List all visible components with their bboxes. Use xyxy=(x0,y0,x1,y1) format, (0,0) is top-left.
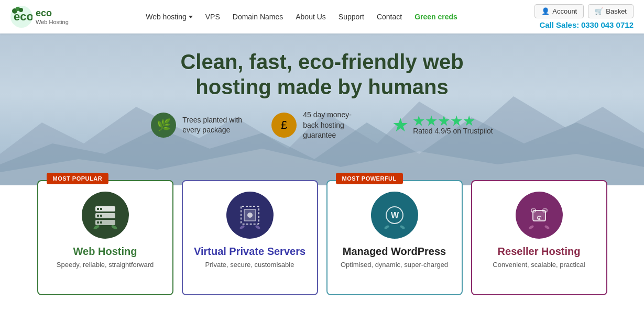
most-powerful-badge: MOST POWERFUL xyxy=(336,173,403,184)
logo-sub: Web Hosting xyxy=(36,19,69,25)
badge-trees-text: Trees planted with every package xyxy=(182,115,245,136)
svg-point-27 xyxy=(399,225,405,229)
svg-rect-16 xyxy=(100,221,102,224)
svg-point-4 xyxy=(19,8,23,12)
card-wordpress[interactable]: MOST POWERFUL W Managed WordPress Optimi… xyxy=(326,180,463,295)
svg-rect-9 xyxy=(97,208,99,210)
svg-rect-12 xyxy=(97,215,99,217)
card-web-hosting[interactable]: MOST POPULAR Web Hosting Speedy, reliabl… xyxy=(37,180,173,295)
nav-web-hosting[interactable]: Web hosting xyxy=(146,13,193,21)
reseller-icon: YH xyxy=(516,192,563,239)
reseller-desc: Convenient, scalable, practical xyxy=(493,261,585,269)
nav-vps[interactable]: VPS xyxy=(205,13,220,21)
tree-icon: 🌿 xyxy=(151,113,176,138)
star-2 xyxy=(425,115,437,127)
web-hosting-desc: Speedy, reliable, straightforward xyxy=(57,261,154,269)
svg-point-33 xyxy=(528,225,534,229)
badge-guarantee-text: 45 day money-back hosting guarantee xyxy=(303,110,366,141)
wordpress-desc: Optimised, dynamic, super-charged xyxy=(341,261,448,269)
wordpress-icon: W xyxy=(371,192,418,239)
nav-domain-names[interactable]: Domain Names xyxy=(233,13,283,21)
hero-section: Clean, fast, eco-friendly web hosting ma… xyxy=(0,34,644,185)
svg-text:YH: YH xyxy=(538,216,543,220)
trustpilot-star-big: ★ xyxy=(392,114,409,136)
account-button[interactable]: 👤 Account xyxy=(534,4,584,18)
trustpilot-stars xyxy=(413,115,493,127)
vps-icon xyxy=(226,192,274,239)
header-right: 👤 Account 🛒 Basket Call Sales: 0330 043 … xyxy=(534,4,634,29)
web-hosting-icon xyxy=(82,192,129,239)
chevron-down-icon xyxy=(189,16,193,18)
logo-brand: eco xyxy=(36,8,69,19)
svg-rect-13 xyxy=(100,215,102,217)
svg-text:W: W xyxy=(391,211,399,220)
hero-badges: 🌿 Trees planted with every package £ 45 … xyxy=(151,110,493,141)
web-hosting-title: Web Hosting xyxy=(73,245,137,258)
svg-point-34 xyxy=(544,225,550,229)
svg-rect-15 xyxy=(97,221,99,224)
badge-trees: 🌿 Trees planted with every package xyxy=(151,113,245,138)
basket-button[interactable]: 🛒 Basket xyxy=(588,4,634,18)
star-1 xyxy=(413,115,424,127)
nav-support[interactable]: Support xyxy=(339,13,364,21)
card-vps[interactable]: Virtual Private Servers Private, secure,… xyxy=(182,180,318,295)
nav-contact[interactable]: Contact xyxy=(377,13,402,21)
wordpress-title: Managed WordPress xyxy=(343,245,446,258)
header-actions: 👤 Account 🛒 Basket xyxy=(534,4,634,18)
star-4 xyxy=(451,115,462,127)
user-icon: 👤 xyxy=(541,7,550,15)
vps-title: Virtual Private Servers xyxy=(194,245,305,258)
header: eco eco Web Hosting Web hosting VPS Doma… xyxy=(0,0,644,34)
nav-about-us[interactable]: About Us xyxy=(296,13,326,21)
nav-green-creds[interactable]: Green creds xyxy=(414,13,457,21)
svg-point-21 xyxy=(247,213,253,218)
trustpilot-badge: ★ Rated 4.9/5 on Trustpilot xyxy=(392,114,493,136)
card-reseller[interactable]: YH Reseller Hosting Convenient, scalable… xyxy=(471,180,607,295)
badge-guarantee: £ 45 day money-back hosting guarantee xyxy=(271,110,366,141)
star-5 xyxy=(463,115,475,127)
svg-point-23 xyxy=(255,225,260,229)
svg-rect-10 xyxy=(100,208,102,210)
hero-title: Clean, fast, eco-friendly web hosting ma… xyxy=(180,49,463,99)
star-3 xyxy=(438,115,450,127)
trustpilot-text: Rated 4.9/5 on Trustpilot xyxy=(413,127,493,135)
cards-section: MOST POPULAR Web Hosting Speedy, reliabl… xyxy=(0,180,644,306)
call-sales: Call Sales: 0330 043 0712 xyxy=(539,20,634,29)
logo[interactable]: eco eco Web Hosting xyxy=(10,6,69,28)
phone-number[interactable]: 0330 043 0712 xyxy=(581,20,634,29)
vps-desc: Private, secure, customisable xyxy=(205,261,294,269)
basket-icon: 🛒 xyxy=(595,7,603,15)
most-popular-badge: MOST POPULAR xyxy=(47,173,109,184)
money-icon: £ xyxy=(271,113,297,138)
svg-point-26 xyxy=(384,225,389,229)
svg-point-22 xyxy=(239,225,245,229)
reseller-title: Reseller Hosting xyxy=(498,245,581,258)
main-nav: Web hosting VPS Domain Names About Us Su… xyxy=(146,13,457,21)
